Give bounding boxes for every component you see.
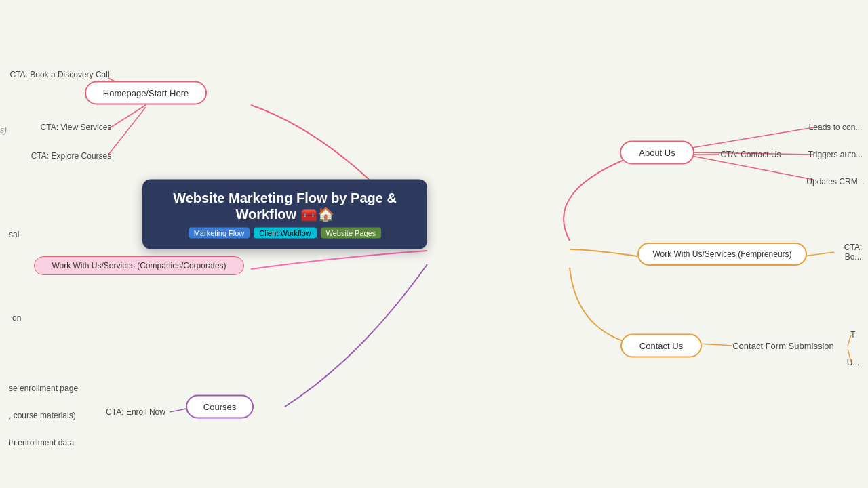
tag-marketing[interactable]: Marketing Flow: [189, 228, 250, 239]
contact-us-node[interactable]: Contact Us: [620, 334, 702, 358]
cta-bo-node: CTA: Bo...: [839, 240, 867, 264]
leads-to-con-node: Leads to con...: [795, 120, 868, 135]
cta-enroll-node: CTA: Enroll Now: [100, 405, 171, 420]
cta-contact-us-node: CTA: Contact Us: [703, 147, 798, 162]
cta-discovery-node: CTA: Book a Discovery Call: [0, 67, 127, 82]
triggers-auto-node: Triggers auto...: [795, 147, 868, 162]
updates-crm-node: Updates CRM...: [795, 174, 868, 189]
work-fem-node[interactable]: Work With Us/Services (Fempreneurs): [637, 243, 807, 266]
svg-line-10: [804, 252, 834, 256]
central-title: Website Marketing Flow by Page & Workflo…: [159, 190, 411, 222]
mindmap-canvas: Website Marketing Flow by Page & Workflo…: [0, 0, 868, 488]
course-materials-node: , course materials): [3, 408, 81, 423]
enrollment-page-node: se enrollment page: [3, 381, 83, 396]
tag-website[interactable]: Website Pages: [321, 228, 382, 239]
central-node[interactable]: Website Marketing Flow by Page & Workflo…: [142, 180, 427, 249]
about-us-node[interactable]: About Us: [620, 141, 694, 165]
contact-form-node: Contact Form Submission: [719, 338, 848, 354]
on-label-node: on: [7, 310, 26, 325]
work-companies-node[interactable]: Work With Us/Services (Companies/Corpora…: [34, 256, 244, 275]
u-label-node: U...: [842, 355, 865, 370]
enrollment-data-node: th enrollment data: [3, 435, 79, 450]
homepage-node[interactable]: Homepage/Start Here: [85, 81, 207, 105]
courses-node[interactable]: Courses: [186, 395, 254, 419]
partial-text-1: s): [0, 125, 7, 135]
t-label-node: T: [845, 327, 861, 342]
central-tags: Marketing Flow Client Workflow Website P…: [189, 228, 382, 239]
tag-client[interactable]: Client Workflow: [254, 228, 316, 239]
sal-label-node: sal: [3, 227, 24, 242]
cta-explore-courses-node: CTA: Explore Courses: [17, 148, 125, 163]
cta-view-services-node: CTA: View Services: [25, 120, 127, 135]
